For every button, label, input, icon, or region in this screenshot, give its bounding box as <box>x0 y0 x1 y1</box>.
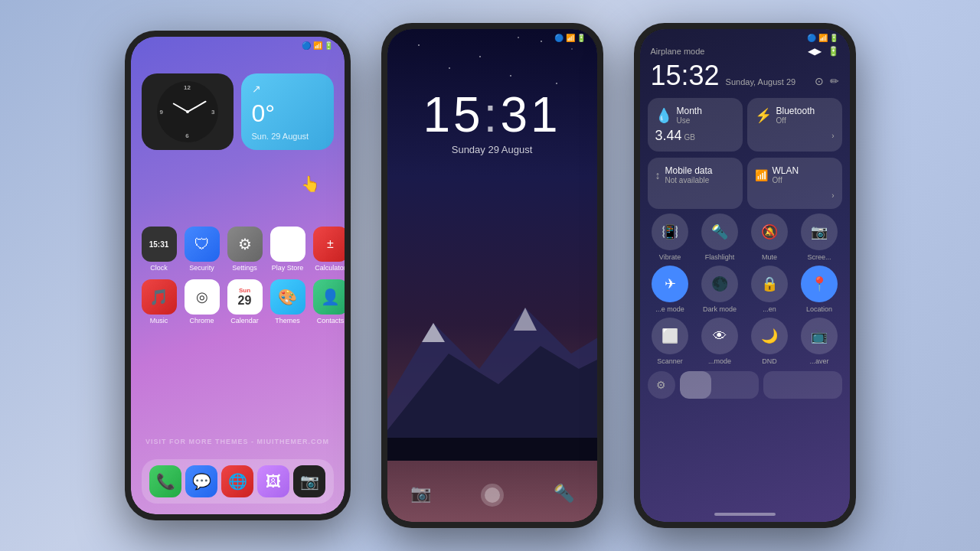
home-btn-inner <box>485 487 500 503</box>
app-security[interactable]: 🛡 Security <box>185 227 220 272</box>
reading-toggle[interactable]: 👁 ...mode <box>697 318 743 365</box>
quick-toggles-row3: ⬜ Scanner 👁 ...mode 🌙 DND 📺 ...aver <box>640 313 850 365</box>
app-playstore[interactable]: ▶ Play Store <box>270 227 305 272</box>
data-card-use: Use <box>677 116 702 125</box>
screenshot-toggle[interactable]: 📷 Scree... <box>797 214 842 261</box>
data-card-month: Month <box>677 106 702 116</box>
dock-browser-app[interactable]: 🌐 <box>221 465 253 497</box>
bluetooth-sub: Off <box>776 116 815 125</box>
wlan-card[interactable]: 📶 WLAN Off › <box>747 158 842 209</box>
dock-messages-app[interactable]: 💬 <box>185 465 217 497</box>
app-clock[interactable]: 15:31 Clock <box>142 227 177 272</box>
quick-toggles-row1: 📳 Vibrate 🔦 Flashlight 🔕 Mute 📷 Scree... <box>640 209 850 261</box>
wlan-sub: Off <box>773 176 799 184</box>
location-icon-circle: 📍 <box>801 266 838 302</box>
ctrl-cards-row: 💧 Month Use 3.44 GB ⚡ Bluetooth <box>640 92 850 152</box>
bluetooth-card-header: ⚡ Bluetooth Off <box>755 106 835 125</box>
mobile-data-header: ↕ Mobile data Not available <box>655 165 735 184</box>
svg-rect-5 <box>387 438 597 461</box>
vibrate-label: Vibrate <box>659 253 681 261</box>
contacts-app-icon: 👤 <box>313 279 345 315</box>
weather-temperature: 0° <box>252 99 323 128</box>
wlan-chevron-icon: › <box>831 191 834 200</box>
airplane-icon-circle: ✈ <box>652 266 688 302</box>
data-card-titles: Month Use <box>677 106 702 125</box>
calendar-app-label: Calendar <box>230 317 259 324</box>
screen-toggle[interactable]: 🔒 ...en <box>747 266 792 313</box>
app-contacts[interactable]: 👤 Contacts <box>313 279 345 324</box>
ctrl-date-sub: Sunday, August 29 <box>726 77 796 86</box>
calculator-app-icon: ± <box>313 227 345 262</box>
mobile-data-sub: Not available <box>665 176 713 184</box>
phone-1: 🔵 📶 🔋 12 3 6 9 ↗ 0° Sun. 29 Aug <box>125 31 351 520</box>
home-indicator <box>714 513 776 516</box>
lockscreen-home-button[interactable] <box>481 484 504 507</box>
bluetooth-arrow: › <box>755 128 835 142</box>
ctrl-date-text: Sunday, August 29 <box>726 77 796 86</box>
airplane-mode-label: Airplane mode <box>651 47 705 56</box>
lockscreen-flashlight-icon[interactable]: 🔦 <box>554 484 574 507</box>
settings-app-icon: ⚙ <box>227 227 263 262</box>
calculator-app-label: Calculator <box>315 264 344 272</box>
status-icons-phone3: 🔵 📶 🔋 <box>807 34 839 42</box>
dock-camera-app[interactable]: 📷 <box>293 465 325 497</box>
ctrl-time-row: 15:32 Sunday, August 29 ⊙ ✏ <box>640 57 850 92</box>
scanner-toggle[interactable]: ⬜ Scanner <box>648 318 693 365</box>
volume-slider[interactable] <box>763 371 842 399</box>
reading-icon-circle: 👁 <box>701 318 738 354</box>
dock-gallery-app[interactable]: 🖼 <box>257 465 289 497</box>
location-toggle[interactable]: 📍 Location <box>797 266 842 313</box>
status-bar-phone3: 🔵 📶 🔋 <box>640 29 850 44</box>
data-value-row: 3.44 GB <box>655 128 735 144</box>
data-usage-card[interactable]: 💧 Month Use 3.44 GB <box>648 98 743 152</box>
wlan-icon: 📶 <box>755 169 768 181</box>
bluetooth-card[interactable]: ⚡ Bluetooth Off › <box>747 98 842 152</box>
bluetooth-card-titles: Bluetooth Off <box>776 106 815 125</box>
widget-row: 12 3 6 9 ↗ 0° Sun. 29 August <box>131 60 345 150</box>
app-themes[interactable]: 🎨 Themes <box>270 279 305 324</box>
lockscreen-date: Sunday 29 August <box>387 144 597 155</box>
ctrl-edit-icon[interactable]: ✏ <box>830 75 839 87</box>
clock-widget[interactable]: 12 3 6 9 <box>142 73 234 150</box>
app-music[interactable]: 🎵 Music <box>142 279 177 324</box>
vibrate-icon-circle: 📳 <box>652 214 688 250</box>
settings-gear-icon[interactable]: ⚙ <box>648 371 675 399</box>
screen-icon-circle: 🔒 <box>751 266 788 302</box>
weather-widget[interactable]: ↗ 0° Sun. 29 August <box>241 73 334 150</box>
mobile-data-card[interactable]: ↕ Mobile data Not available <box>648 158 743 209</box>
app-calculator[interactable]: ± Calculator <box>313 227 345 272</box>
phone1-screen: 🔵 📶 🔋 12 3 6 9 ↗ 0° Sun. 29 Aug <box>131 37 345 514</box>
mute-toggle[interactable]: 🔕 Mute <box>747 214 792 261</box>
lockscreen-camera-icon[interactable]: 📷 <box>410 484 431 507</box>
playstore-app-label: Play Store <box>272 264 304 272</box>
settings-app-label: Settings <box>232 264 257 272</box>
contacts-app-label: Contacts <box>317 317 345 324</box>
app-calendar[interactable]: Sun 29 Calendar <box>227 279 263 324</box>
screensaver-toggle[interactable]: 📺 ...aver <box>797 318 842 365</box>
darkmode-toggle[interactable]: 🌑 Dark mode <box>697 266 743 313</box>
screenshot-label: Scree... <box>807 253 831 261</box>
dnd-toggle[interactable]: 🌙 DND <box>747 318 792 365</box>
vibrate-toggle[interactable]: 📳 Vibrate <box>648 214 693 261</box>
dnd-label: DND <box>762 357 777 365</box>
wlan-titles: WLAN Off <box>773 165 799 184</box>
clock-num-9: 9 <box>160 109 163 116</box>
brightness-slider[interactable] <box>680 371 759 399</box>
ctrl-battery-icon: 🔋 <box>828 46 839 57</box>
flashlight-toggle[interactable]: 🔦 Flashlight <box>697 214 743 261</box>
app-settings[interactable]: ⚙ Settings <box>227 227 263 272</box>
data-unit: GB <box>684 133 695 142</box>
airplane-toggle[interactable]: ✈ ...e mode <box>648 266 693 313</box>
app-chrome[interactable]: ◎ Chrome <box>185 279 220 324</box>
quick-toggles-row2: ✈ ...e mode 🌑 Dark mode 🔒 ...en 📍 Locati… <box>640 261 850 313</box>
ctrl-settings-icon[interactable]: ⊙ <box>815 75 824 87</box>
data-value: 3.44 <box>655 128 682 144</box>
ctrl-time-display: 15:32 <box>651 60 720 92</box>
brightness-row: ⚙ <box>640 365 850 402</box>
clock-center-dot <box>186 110 189 113</box>
dock-phone-app[interactable]: 📞 <box>149 465 181 497</box>
dnd-icon-circle: 🌙 <box>751 318 788 354</box>
app-grid-row2: 🎵 Music ◎ Chrome Sun 29 Calendar 🎨 <box>131 272 345 324</box>
mobile-data-title: Mobile data <box>665 165 713 176</box>
security-app-icon: 🛡 <box>185 227 220 262</box>
